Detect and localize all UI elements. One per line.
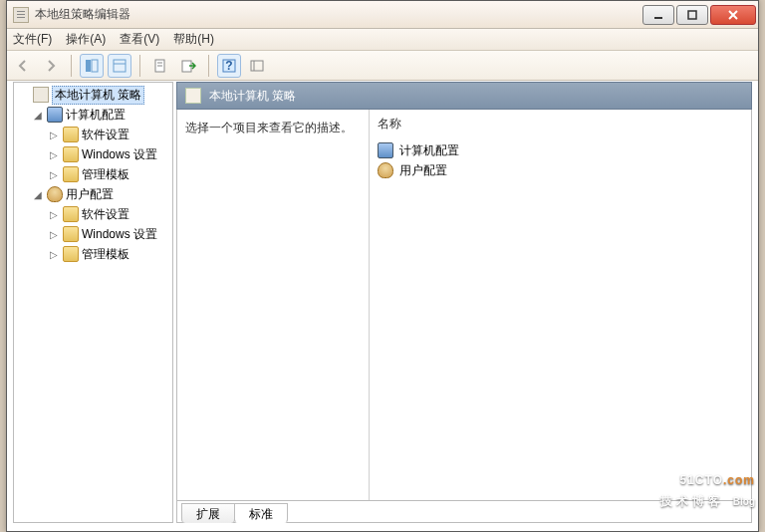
tree-label: 本地计算机 策略 — [52, 86, 144, 105]
folder-icon — [63, 166, 79, 182]
computer-icon — [47, 107, 63, 123]
svg-text:?: ? — [225, 59, 232, 73]
tree-software-settings[interactable]: ▷ 软件设置 — [16, 204, 172, 224]
toolbar-separator — [139, 55, 140, 77]
expand-icon: ▷ — [48, 209, 60, 220]
navigation-tree: 本地计算机 策略 ◢ 计算机配置 ▷ 软件设置 ▷ Windows 设置 — [14, 83, 172, 266]
title-bar: 本地组策略编辑器 — [7, 1, 758, 29]
tree-label: Windows 设置 — [82, 146, 157, 163]
folder-icon — [63, 246, 79, 262]
details-panel: 本地计算机 策略 选择一个项目来查看它的描述。 名称 计算机配置 用户配置 — [176, 82, 752, 523]
user-icon — [47, 186, 63, 202]
column-header-name[interactable]: 名称 — [378, 116, 743, 133]
description-pane: 选择一个项目来查看它的描述。 — [177, 110, 369, 500]
expand-icon: ▷ — [48, 229, 60, 240]
filter-button[interactable] — [245, 54, 269, 78]
navigation-tree-panel: 本地计算机 策略 ◢ 计算机配置 ▷ 软件设置 ▷ Windows 设置 — [13, 82, 173, 523]
minimize-button[interactable] — [642, 5, 674, 25]
tree-user-config[interactable]: ◢ 用户配置 — [16, 184, 172, 204]
expand-icon: ▷ — [48, 149, 60, 160]
menu-view[interactable]: 查看(V) — [120, 31, 159, 48]
tree-label: 管理模板 — [82, 166, 129, 183]
svg-rect-5 — [92, 60, 98, 72]
list-item-user-config[interactable]: 用户配置 — [378, 160, 743, 180]
menu-file[interactable]: 文件(F) — [13, 31, 52, 48]
tab-standard[interactable]: 标准 — [234, 503, 288, 523]
toolbar-separator — [208, 55, 209, 77]
tree-root[interactable]: 本地计算机 策略 — [16, 85, 172, 105]
collapse-icon: ◢ — [32, 110, 44, 121]
tree-label: 软件设置 — [82, 127, 129, 143]
tree-label: 管理模板 — [82, 246, 129, 263]
forward-button[interactable] — [39, 54, 63, 78]
menu-action[interactable]: 操作(A) — [66, 31, 106, 48]
details-header: 本地计算机 策略 — [176, 82, 752, 110]
window-controls — [642, 5, 756, 25]
tree-windows-settings[interactable]: ▷ Windows 设置 — [16, 144, 172, 164]
view-tabs: 扩展 标准 — [176, 501, 752, 523]
description-prompt: 选择一个项目来查看它的描述。 — [185, 121, 353, 134]
properties-button[interactable] — [108, 54, 131, 78]
app-window: 本地组策略编辑器 文件(F) 操作(A) 查看(V) 帮助(H) ? — [6, 0, 759, 532]
window-title: 本地组策略编辑器 — [35, 6, 130, 23]
tree-admin-templates[interactable]: ▷ 管理模板 — [16, 164, 172, 184]
help-button[interactable]: ? — [217, 54, 241, 78]
folder-icon — [63, 206, 79, 222]
collapse-icon: ◢ — [32, 189, 44, 200]
svg-rect-4 — [86, 60, 91, 72]
tree-computer-config[interactable]: ◢ 计算机配置 — [16, 105, 172, 125]
menu-bar: 文件(F) 操作(A) 查看(V) 帮助(H) — [7, 29, 758, 51]
tree-label: 计算机配置 — [66, 107, 126, 124]
tree-admin-templates[interactable]: ▷ 管理模板 — [16, 244, 172, 264]
svg-rect-6 — [114, 60, 126, 72]
details-header-title: 本地计算机 策略 — [209, 88, 296, 105]
show-hide-tree-button[interactable] — [80, 54, 104, 78]
tree-windows-settings[interactable]: ▷ Windows 设置 — [16, 224, 172, 244]
maximize-button[interactable] — [676, 5, 708, 25]
close-button[interactable] — [710, 5, 756, 25]
toolbar: ? — [7, 51, 758, 81]
items-pane: 名称 计算机配置 用户配置 — [370, 110, 751, 500]
menu-help[interactable]: 帮助(H) — [173, 31, 214, 48]
svg-rect-1 — [688, 11, 696, 19]
tree-label: 用户配置 — [66, 186, 114, 203]
folder-icon — [63, 226, 79, 242]
folder-icon — [63, 146, 79, 162]
computer-icon — [378, 142, 393, 158]
list-item-label: 用户配置 — [399, 162, 447, 179]
app-icon — [13, 7, 29, 23]
details-body: 选择一个项目来查看它的描述。 名称 计算机配置 用户配置 — [176, 110, 752, 501]
expand-icon: ▷ — [48, 249, 60, 260]
expand-icon: ▷ — [48, 130, 60, 140]
svg-rect-14 — [251, 61, 263, 71]
tree-label: 软件设置 — [82, 206, 129, 223]
tree-software-settings[interactable]: ▷ 软件设置 — [16, 125, 172, 144]
list-item-computer-config[interactable]: 计算机配置 — [378, 140, 743, 160]
back-button[interactable] — [11, 54, 35, 78]
user-icon — [378, 162, 393, 178]
expand-icon: ▷ — [48, 169, 60, 180]
list-item-label: 计算机配置 — [399, 142, 459, 159]
refresh-button[interactable] — [148, 54, 172, 78]
tab-extended[interactable]: 扩展 — [181, 503, 235, 523]
folder-icon — [63, 127, 79, 142]
export-button[interactable] — [176, 54, 200, 78]
policy-icon — [33, 87, 49, 103]
tree-label: Windows 设置 — [82, 226, 157, 243]
content-area: 本地计算机 策略 ◢ 计算机配置 ▷ 软件设置 ▷ Windows 设置 — [7, 81, 758, 531]
toolbar-separator — [71, 55, 72, 77]
policy-icon — [185, 88, 201, 104]
